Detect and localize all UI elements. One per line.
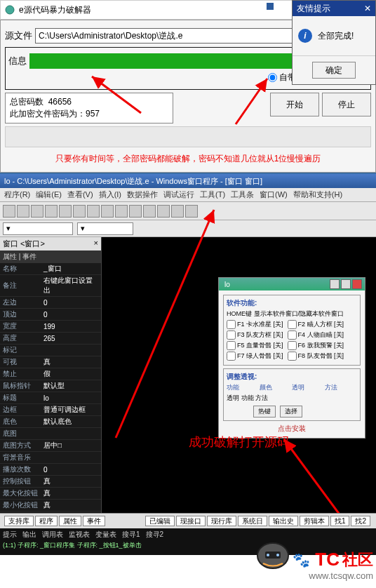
dlg-max[interactable] bbox=[341, 279, 351, 289]
pubg-icon bbox=[253, 539, 293, 573]
combo-2: ▾ bbox=[77, 222, 133, 235]
src-label: 源文件 bbox=[5, 29, 32, 42]
success-text: 成功破解打开源码 bbox=[189, 434, 290, 450]
install-link[interactable]: 点击安装 bbox=[223, 424, 361, 434]
lo-dialog[interactable]: lo 软件功能: HOME键 显示本软件窗口/隐藏本软件窗口 F1 卡水准星 [… bbox=[218, 277, 365, 439]
hotkey-button[interactable]: 热键 bbox=[253, 406, 276, 417]
ide-toolbar2[interactable]: ▾ ▾ bbox=[0, 220, 376, 237]
watermark: 🐾 TC 社区 www.tcsqw.com bbox=[293, 549, 373, 581]
cracker-title: e源代码暴力破解器 bbox=[19, 4, 91, 16]
paw-icon: 🐾 bbox=[293, 552, 310, 568]
prop-table[interactable]: 名称_窗口备注右键此窗口设置出左边0顶边0宽度199高度265标记可视真禁止假鼠… bbox=[0, 263, 101, 530]
popup-title: 友情提示 bbox=[297, 3, 330, 15]
side-title: 窗口 <窗口> bbox=[3, 239, 45, 249]
popup-ok-button[interactable]: 确定 bbox=[312, 62, 356, 79]
dlg-min[interactable] bbox=[330, 279, 340, 289]
side-tabs[interactable]: 属性 | 事件 bbox=[0, 250, 101, 263]
ide-title: lo - C:\Users\Administrator\Desktop\逆战.e… bbox=[0, 174, 376, 188]
src-input[interactable] bbox=[35, 28, 319, 44]
block-adjust: 调整透视: 功能颜色透明方法 透明 功能 方法 热键 选择 bbox=[223, 368, 361, 421]
ide-toolbar[interactable] bbox=[0, 202, 376, 220]
start-button[interactable]: 开始 bbox=[270, 93, 319, 116]
red-note: 只要你有时间等，全部密码都能破解，密码不知道几位就从1位慢慢遍历 bbox=[5, 150, 371, 168]
friendly-popup: 友情提示 ✕ i 全部完成! 确定 bbox=[292, 0, 376, 85]
ide-side-panel: 窗口 <窗口>× 属性 | 事件 名称_窗口备注右键此窗口设置出左边0顶边0宽度… bbox=[0, 237, 102, 530]
ide-menu[interactable]: 程序(R)编辑(E)查看(V)插入(I)数据操作调试运行工具(T)工具条窗口(W… bbox=[0, 188, 376, 202]
stop-button[interactable]: 停止 bbox=[322, 93, 371, 116]
min-icon bbox=[266, 2, 274, 11]
popup-close[interactable]: ✕ bbox=[364, 4, 371, 13]
dlg-close[interactable] bbox=[352, 279, 362, 289]
ide-canvas[interactable]: lo 软件功能: HOME键 显示本软件窗口/隐藏本软件窗口 F1 卡水准星 [… bbox=[102, 237, 376, 530]
svg-line-3 bbox=[116, 210, 214, 438]
app-icon bbox=[5, 5, 15, 15]
svg-point-7 bbox=[267, 554, 269, 556]
ide: lo - C:\Users\Administrator\Desktop\逆战.e… bbox=[0, 173, 376, 555]
ad-bar bbox=[5, 126, 371, 147]
combo-1: ▾ bbox=[3, 222, 73, 235]
arrow-down-1 bbox=[95, 206, 235, 445]
popup-msg: 全部完成! bbox=[318, 30, 354, 42]
select-button[interactable]: 选择 bbox=[280, 406, 302, 417]
svg-line-4 bbox=[284, 439, 347, 525]
info-label: 信息 bbox=[8, 55, 27, 67]
status-box: 总密码数 46656 此加密文件密码为：957 bbox=[5, 93, 173, 123]
lo-titlebar: lo bbox=[219, 278, 365, 290]
info-icon: i bbox=[298, 29, 312, 43]
svg-point-8 bbox=[276, 554, 279, 556]
svg-point-0 bbox=[6, 6, 14, 14]
progress-bar bbox=[29, 53, 302, 69]
ide-bottom-tabs[interactable]: 支持库程序属性事件 已编辑现接口现行库系统日输出史剪辑本找1找2 bbox=[0, 513, 376, 528]
block-functions: 软件功能: HOME键 显示本软件窗口/隐藏本软件窗口 F1 卡水准星 [关]F… bbox=[223, 295, 361, 366]
